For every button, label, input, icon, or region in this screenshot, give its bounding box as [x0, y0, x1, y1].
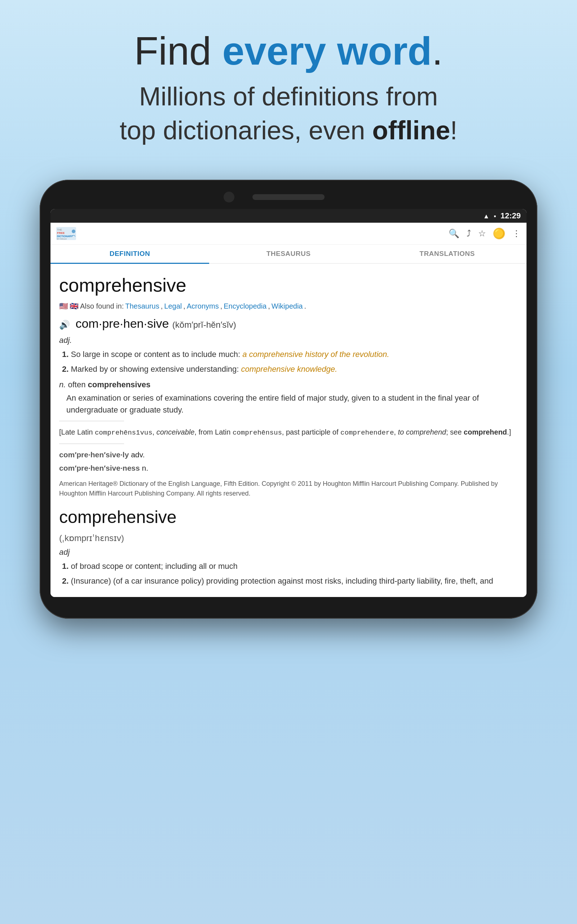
star-icon[interactable]: ☆ [478, 228, 486, 239]
noun-label: n. often comprehensives [59, 379, 518, 391]
etym-conceivable: conceivable [156, 428, 195, 436]
svg-text:THE: THE [57, 228, 62, 231]
svg-text:FREE: FREE [57, 231, 65, 234]
word-heading-2: comprehensive [59, 504, 518, 530]
app-logo: THE FREE DICTIONARY BY FARLEX [56, 227, 76, 240]
def-text-2: Marked by or showing extensive understan… [71, 365, 241, 373]
also-found-thesaurus[interactable]: Thesaurus [125, 300, 160, 312]
more-icon[interactable]: ⋮ [512, 228, 521, 239]
divider-1 [59, 421, 124, 421]
etym-latin2: comprehēnsus [233, 429, 282, 437]
pos-adj: adj. [59, 334, 518, 346]
phone-wrapper: 12:29 THE FREE DICTIONARY BY FARLEX [0, 180, 577, 618]
tab-translations[interactable]: TRANSLATIONS [368, 245, 527, 263]
phone-screen: 12:29 THE FREE DICTIONARY BY FARLEX [50, 209, 527, 597]
def2-num-2: 2. [62, 577, 69, 585]
also-found-acronyms[interactable]: Acronyms [187, 300, 219, 312]
def-num-2: 2. [62, 365, 69, 373]
definition-2: 2. Marked by or showing extensive unders… [62, 363, 518, 375]
def2-text-2: (Insurance) (of a car insurance policy) … [71, 577, 493, 585]
pronunciation-line: 🔊 com·pre·hen·sive (kŏm′prĭ-hĕn′sĭv) [59, 314, 518, 333]
derived-forms: com′pre·hen′sive·ly adv. com′pre·hen′siv… [59, 449, 518, 474]
also-found-prefix: Also found in: [80, 300, 124, 312]
flag-gb: 🇬🇧 [69, 300, 79, 312]
definition-2-1: 1. of broad scope or content; including … [62, 560, 518, 572]
definition-list: 1. So large in scope or content as to in… [59, 348, 518, 375]
app-bar-icons: 🔍 ⤴ ☆ 🟡 ⋮ [449, 228, 521, 239]
svg-text:BY FARLEX: BY FARLEX [57, 238, 67, 240]
def-example-1: a comprehensive history of the revolutio… [242, 350, 389, 359]
etymology: [Late Latin comprehēnsīvus, conceivable,… [59, 426, 518, 438]
etym-latin3: comprehendere [340, 429, 394, 437]
noun-often: often [66, 380, 88, 389]
pronunciation-2: (ˌkɒmprɪˈhɛnsɪv) [59, 531, 518, 544]
noun-n: n. [59, 380, 66, 389]
hero-section: Find every word. Millions of definitions… [0, 0, 577, 169]
subtitle-line1: Millions of definitions from [139, 82, 438, 111]
etym-see[interactable]: comprehend [464, 428, 507, 436]
derived-form-1: com′pre·hen′sive·ly adv. [59, 449, 518, 460]
sound-icon[interactable]: 🔊 [59, 320, 70, 330]
pos-adj-2: adj [59, 546, 518, 558]
noun-definition: An examination or series of examinations… [66, 392, 518, 416]
pronunciation-word: com·pre·hen·sive [76, 317, 169, 330]
hero-prefix: Find [134, 29, 222, 73]
share-icon[interactable]: ⤴ [467, 228, 471, 239]
noun-word: comprehensives [88, 380, 151, 389]
tab-definition[interactable]: DEFINITION [50, 245, 209, 264]
user-avatar[interactable]: 🟡 [493, 228, 505, 239]
phone-speaker [253, 194, 324, 200]
word-heading: comprehensive [59, 271, 518, 299]
derived-word-2: com′pre·hen′sive·ness [59, 464, 140, 472]
derived-pos-2: n. [140, 464, 148, 472]
derived-pos-1: adv. [129, 451, 145, 459]
search-icon[interactable]: 🔍 [449, 228, 459, 239]
def-text-1: So large in scope or content as to inclu… [71, 350, 242, 359]
subtitle-offline: offline [372, 116, 450, 145]
battery-icon [494, 211, 496, 221]
svg-text:DICTIONARY: DICTIONARY [57, 235, 73, 237]
divider-2 [59, 444, 124, 444]
also-found-wikipedia[interactable]: Wikipedia [272, 300, 303, 312]
etym-to: to comprehend [398, 428, 446, 436]
definition-list-2: 1. of broad scope or content; including … [59, 560, 518, 587]
def2-num-1: 1. [62, 562, 69, 571]
also-found: 🇺🇸 🇬🇧 Also found in: Thesaurus, Legal, A… [59, 300, 518, 312]
tabs-bar: DEFINITION THESAURUS TRANSLATIONS [50, 245, 527, 264]
derived-form-2: com′pre·hen′sive·ness n. [59, 462, 518, 474]
derived-word-1: com′pre·hen′sive·ly [59, 451, 129, 459]
hero-title: Find every word. [22, 29, 555, 73]
subtitle-line2a: top dictionaries, even [120, 116, 372, 145]
dictionary-content: comprehensive 🇺🇸 🇬🇧 Also found in: Thesa… [50, 264, 527, 597]
wifi-icon [483, 211, 490, 221]
def-example-2: comprehensive knowledge. [241, 365, 338, 373]
status-time: 12:29 [501, 211, 521, 221]
flag-us: 🇺🇸 [59, 300, 68, 312]
hero-bold: every word [222, 29, 432, 73]
tab-thesaurus[interactable]: THESAURUS [209, 245, 368, 263]
app-bar: THE FREE DICTIONARY BY FARLEX 🔍 ⤴ ☆ 🟡 [50, 223, 527, 245]
second-definition-block: comprehensive (ˌkɒmprɪˈhɛnsɪv) adj 1. of… [59, 504, 518, 587]
phonetic-text: (kŏm′prĭ-hĕn′sĭv) [172, 320, 236, 330]
noun-section: n. often comprehensives An examination o… [59, 379, 518, 416]
hero-suffix: . [432, 29, 443, 73]
also-found-encyclopedia[interactable]: Encyclopedia [224, 300, 266, 312]
subtitle-exclaim: ! [450, 116, 457, 145]
definition-2-2: 2. (Insurance) (of a car insurance polic… [62, 575, 518, 587]
hero-subtitle: Millions of definitions from top diction… [22, 80, 555, 147]
phone-mockup: 12:29 THE FREE DICTIONARY BY FARLEX [40, 180, 537, 618]
status-bar: 12:29 [50, 209, 527, 223]
copyright-text: American Heritage® Dictionary of the Eng… [59, 479, 518, 498]
def-num-1: 1. [62, 350, 69, 359]
logo-icon: THE FREE DICTIONARY BY FARLEX [56, 227, 76, 240]
def2-text-1: of broad scope or content; including all… [71, 562, 237, 571]
svg-point-5 [72, 229, 76, 233]
also-found-legal[interactable]: Legal [164, 300, 182, 312]
etym-latin1: comprehēnsīvus [95, 429, 153, 437]
definition-1: 1. So large in scope or content as to in… [62, 348, 518, 360]
